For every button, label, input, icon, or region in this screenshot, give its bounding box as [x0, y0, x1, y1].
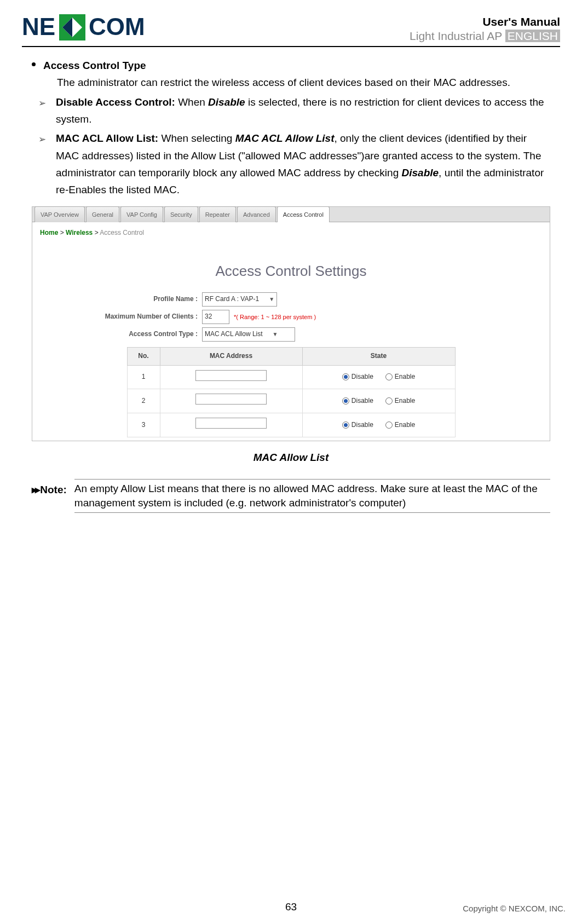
sub-header: Light Industrial AP ENGLISH	[410, 30, 560, 43]
figure-caption: MAC Allow List	[32, 449, 550, 466]
tab-repeater[interactable]: Repeater	[199, 206, 236, 222]
mac-address-input[interactable]	[195, 418, 267, 429]
users-manual-label: User's Manual	[410, 15, 560, 28]
access-control-settings-ui: VAP Overview General VAP Config Security…	[32, 206, 550, 441]
tab-vap-config[interactable]: VAP Config	[120, 206, 163, 222]
language-badge: ENGLISH	[505, 30, 560, 42]
logo-left-text: NE	[22, 13, 55, 40]
col-state: State	[302, 347, 455, 365]
chevron-down-icon: ▼	[269, 295, 274, 304]
access-control-type-label: Access Control Type :	[32, 329, 202, 340]
copyright: Copyright © NEXCOM, INC.	[463, 904, 566, 913]
chevron-icon: ➢	[38, 96, 46, 128]
tab-general[interactable]: General	[86, 206, 119, 222]
state-disable-radio[interactable]: Disable	[342, 372, 373, 383]
note-label: Note:	[32, 479, 67, 498]
state-enable-radio[interactable]: Enable	[385, 372, 415, 383]
breadcrumb-home[interactable]: Home	[40, 229, 58, 236]
tab-security[interactable]: Security	[164, 206, 198, 222]
section-title: Access Control Type	[43, 57, 146, 74]
bullet-icon	[32, 62, 36, 66]
profile-name-label: Profile Name :	[32, 294, 202, 305]
breadcrumb-current: Access Control	[100, 229, 144, 236]
mac-acl-allow-list-item: MAC ACL Allow List: When selecting MAC A…	[56, 130, 550, 198]
max-clients-input[interactable]: 32	[202, 310, 229, 324]
mac-address-input[interactable]	[195, 394, 267, 405]
state-disable-radio[interactable]: Disable	[342, 420, 373, 431]
state-disable-radio[interactable]: Disable	[342, 396, 373, 407]
tab-bar: VAP Overview General VAP Config Security…	[32, 207, 550, 222]
tab-advanced[interactable]: Advanced	[237, 206, 276, 222]
page-header: NE COM User's Manual Light Industrial AP…	[22, 11, 560, 44]
range-note: *( Range: 1 ~ 128 per system )	[234, 312, 316, 322]
col-mac: MAC Address	[160, 347, 302, 365]
table-row: 3 Disable Enable	[127, 413, 455, 437]
breadcrumb-wireless[interactable]: Wireless	[66, 229, 93, 236]
header-rule	[22, 46, 560, 47]
table-row: 2 Disable Enable	[127, 389, 455, 413]
access-control-type-select[interactable]: MAC ACL Allow List ▼	[202, 327, 295, 342]
max-clients-label: Maximum Number of Clients :	[32, 311, 202, 322]
state-enable-radio[interactable]: Enable	[385, 396, 415, 407]
tab-access-control[interactable]: Access Control	[277, 206, 330, 222]
col-no: No.	[127, 347, 160, 365]
mac-address-input[interactable]	[195, 370, 267, 381]
logo-right-text: COM	[89, 13, 145, 40]
section-intro: The administrator can restrict the wirel…	[57, 74, 550, 91]
table-row: 1 Disable Enable	[127, 365, 455, 389]
settings-title: Access Control Settings	[32, 259, 550, 283]
mac-allow-table: No. MAC Address State 1 Disable	[127, 347, 456, 437]
nexcom-logo: NE COM	[22, 11, 164, 44]
disable-access-control-item: Disable Access Control: When Disable is …	[56, 94, 550, 128]
chevron-icon: ➢	[38, 132, 46, 198]
profile-name-select[interactable]: RF Card A : VAP-1 ▼	[202, 292, 277, 307]
chevron-down-icon: ▼	[273, 330, 278, 339]
state-enable-radio[interactable]: Enable	[385, 420, 415, 431]
tab-vap-overview[interactable]: VAP Overview	[34, 206, 85, 222]
note-text: An empty Allow List means that there is …	[74, 479, 550, 512]
breadcrumb: Home > Wireless > Access Control	[32, 222, 550, 244]
